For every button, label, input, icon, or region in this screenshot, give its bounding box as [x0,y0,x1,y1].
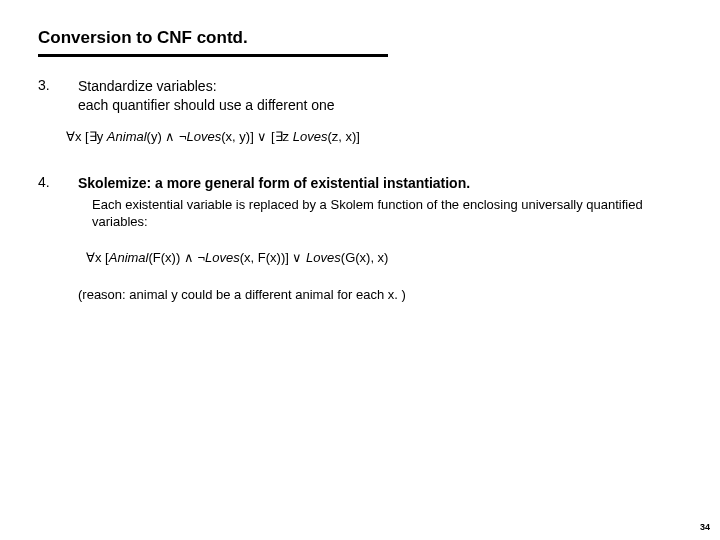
formula-part: (x, y)] ∨ [∃z [221,129,292,144]
page-number: 34 [700,522,710,532]
item-3-number: 3. [38,77,78,115]
formula-part: (F(x)) ∧ ¬ [148,250,205,265]
predicate: Loves [293,129,328,144]
formula-part: ∀x [ [86,250,109,265]
item-4-number: 4. [38,174,78,231]
item-4: 4. Skolemize: a more general form of exi… [38,174,682,231]
item-4-body: Skolemize: a more general form of existe… [78,174,682,231]
item-3-heading: Standardize variables: each quantifier s… [78,77,682,115]
predicate: Animal [107,129,147,144]
formula-part: (z, x)] [327,129,360,144]
item-4-heading: Skolemize: a more general form of existe… [78,174,682,193]
formula-part: (x, F(x))] ∨ [240,250,306,265]
predicate: Animal [109,250,149,265]
item-3-line1: Standardize variables: [78,78,217,94]
item-3: 3. Standardize variables: each quantifie… [38,77,682,115]
predicate: Loves [205,250,240,265]
title-rule [38,54,388,57]
item-3-line2: each quantifier should use a different o… [78,97,335,113]
formula-part: (y) ∧ ¬ [147,129,187,144]
predicate: Loves [187,129,222,144]
item-4-reason: (reason: animal y could be a different a… [78,287,682,302]
item-4-formula: ∀x [Animal(F(x)) ∧ ¬Loves(x, F(x))] ∨ Lo… [86,250,682,265]
predicate: Loves [306,250,341,265]
item-3-formula: ∀x [∃y Animal(y) ∧ ¬Loves(x, y)] ∨ [∃z L… [66,129,682,144]
formula-part: (G(x), x) [341,250,389,265]
slide-title: Conversion to CNF contd. [38,28,682,54]
formula-part: ∀x [∃y [66,129,107,144]
item-3-body: Standardize variables: each quantifier s… [78,77,682,115]
item-4-description: Each existential variable is replaced by… [92,197,682,231]
